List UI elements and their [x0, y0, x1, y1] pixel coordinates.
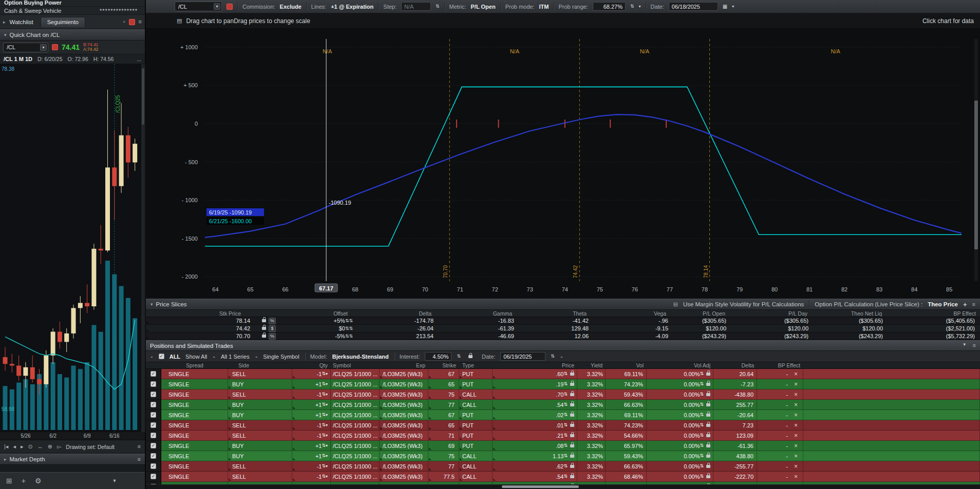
zoom-in-icon[interactable]: ⊕ [48, 444, 52, 449]
remove-position-button[interactable]: × [794, 412, 798, 418]
chevron-down-icon[interactable]: ▼ [112, 479, 117, 483]
position-price[interactable]: .54⇅ [493, 400, 577, 410]
chevron-down-icon[interactable]: ▾ [4, 32, 7, 37]
panel-split-icon[interactable]: ▫ [123, 19, 125, 25]
column-header-type[interactable]: Type [459, 362, 493, 368]
remove-position-button[interactable]: × [794, 463, 798, 470]
chart-symbol-period[interactable]: /CL 1 M 1D [4, 56, 32, 62]
column-header-bp-effect[interactable]: BP Effect [888, 310, 980, 317]
position-type[interactable]: PUT [459, 431, 493, 441]
position-qty[interactable]: -1⇅▾ [292, 461, 331, 472]
chevron-down-icon[interactable]: ⌄ [255, 355, 258, 359]
qty-spinner-icon[interactable]: ⇅ [322, 382, 326, 386]
commission-value[interactable]: Exclude [280, 4, 301, 10]
watchlist-tab-seguimiento[interactable]: Seguimiento [41, 17, 85, 27]
lock-icon[interactable] [706, 393, 710, 396]
position-strike[interactable]: 77.5 [428, 472, 459, 482]
position-type[interactable]: CALL [459, 400, 493, 410]
position-side[interactable]: SELL [228, 431, 292, 441]
remove-position-button[interactable]: × [794, 474, 798, 480]
position-exp[interactable]: /LO3M25 (Wk3) [380, 472, 428, 482]
remove-position-button[interactable]: × [794, 392, 798, 398]
lock-icon[interactable] [262, 327, 266, 330]
position-qty[interactable]: -1⇅▾ [292, 420, 331, 431]
position-side[interactable]: BUY [228, 379, 292, 389]
vol-adj-spinner-icon[interactable]: ⇅ [700, 413, 704, 417]
position-price[interactable]: .60⇅ [493, 369, 577, 379]
position-vol-adj[interactable]: 0.00%⇅ [647, 451, 713, 461]
qty-spinner-icon[interactable]: ⇅ [322, 392, 326, 397]
lock-icon[interactable] [706, 383, 710, 386]
lock-icon[interactable] [706, 434, 710, 437]
chevron-down-icon[interactable]: ▾ [732, 5, 734, 9]
menu-icon[interactable]: ≡ [972, 302, 975, 307]
column-header-bp-effect[interactable]: BP Effect [757, 362, 803, 368]
position-type[interactable]: PUT [459, 441, 493, 451]
position-qty[interactable]: +1⇅▾ [292, 400, 331, 410]
record-icon[interactable] [129, 19, 135, 25]
qty-spinner-icon[interactable]: ⇅ [322, 464, 326, 468]
position-exp[interactable]: /LO3M25 (Wk3) [380, 389, 428, 400]
qty-dropdown-icon[interactable]: ▾ [326, 382, 328, 386]
zoom-icon[interactable]: ⊙ [28, 444, 32, 449]
offset-step-spinner-icon[interactable]: ⇅ [349, 334, 353, 339]
position-checkbox[interactable]: ✓ [150, 392, 156, 397]
quick-chart-header[interactable]: ▾ Quick Chart on /CL [0, 29, 145, 41]
lock-icon[interactable] [706, 403, 710, 406]
qty-dropdown-icon[interactable]: ▾ [326, 454, 328, 458]
column-header-delta[interactable]: Delta [359, 310, 439, 317]
position-vol-adj[interactable]: 0.00%⇅ [647, 389, 713, 400]
pos-date-input[interactable]: 06/19/2025 [500, 352, 545, 361]
position-price[interactable]: .02⇅ [493, 410, 577, 420]
column-header-yield[interactable]: Yield [577, 362, 606, 368]
column-header-side[interactable]: Side [228, 362, 292, 368]
position-qty[interactable]: +1⇅▾ [292, 410, 331, 420]
position-price[interactable]: .70⇅ [493, 389, 577, 400]
position-exp[interactable]: /LO3M25 (Wk3) [380, 410, 428, 420]
price-spinner-icon[interactable]: ⇅ [563, 371, 568, 376]
position-vol-adj[interactable]: 0.00%⇅ [647, 431, 713, 441]
position-side[interactable]: SELL [228, 420, 292, 431]
position-type[interactable]: CALL [459, 461, 493, 472]
lock-icon[interactable] [570, 434, 574, 437]
model-value[interactable]: Bjerksund-Stensland [332, 354, 389, 360]
position-qty[interactable]: +1⇅▾ [292, 441, 331, 451]
chevron-right-icon[interactable]: ▸ [3, 19, 6, 25]
column-header-exp[interactable]: Exp [380, 362, 428, 368]
offset-unit-button[interactable]: % [269, 318, 276, 324]
qty-dropdown-icon[interactable]: ▾ [326, 403, 328, 407]
column-header-gamma[interactable]: Gamma [439, 310, 519, 317]
position-strike[interactable]: 75 [428, 451, 459, 461]
position-side[interactable]: BUY [228, 451, 292, 461]
position-checkbox[interactable]: ✓ [150, 371, 156, 377]
slice-stk-price[interactable]: 70.70 [146, 332, 256, 340]
chevron-down-icon[interactable]: ▾ [638, 5, 640, 9]
margin-style-toggle-icon[interactable]: ⊟ [673, 302, 678, 307]
offset-step-spinner-icon[interactable]: ⇅ [349, 319, 353, 323]
chevron-down-icon[interactable]: ⌄ [560, 355, 563, 359]
position-price[interactable]: .62⇅ [493, 461, 577, 472]
position-side[interactable]: SELL [228, 461, 292, 472]
scrollbar-thumb[interactable] [502, 485, 579, 488]
position-strike[interactable]: 71 [428, 431, 459, 441]
position-type[interactable]: CALL [459, 472, 493, 482]
column-header-symbol[interactable]: Symbol [331, 362, 380, 368]
chevron-down-icon[interactable]: ▾ [150, 302, 153, 307]
price-spinner-icon[interactable]: ⇅ [563, 433, 568, 438]
lock-icon[interactable] [706, 444, 710, 447]
alert-badge-icon[interactable] [227, 4, 233, 10]
column-header-delta[interactable]: Delta [713, 362, 757, 368]
position-type[interactable]: PUT [459, 420, 493, 431]
price-spinner-icon[interactable]: ⇅ [563, 392, 568, 397]
grid-icon[interactable]: ⊞ [6, 477, 12, 484]
pos-date-spinner-icon[interactable]: ⇅ [551, 354, 555, 359]
qty-spinner-icon[interactable]: ⇅ [322, 371, 326, 376]
position-qty[interactable]: -1⇅▾ [292, 369, 331, 379]
position-strike[interactable]: 77 [428, 400, 459, 410]
position-side[interactable]: BUY [228, 441, 292, 451]
alert-badge-icon[interactable] [52, 44, 58, 50]
vol-adj-spinner-icon[interactable]: ⇅ [700, 382, 704, 386]
column-header-p-l-day[interactable]: P/L Day [731, 310, 814, 317]
remove-position-button[interactable]: × [794, 422, 798, 428]
pan-right-icon[interactable]: ▸ [21, 444, 24, 449]
